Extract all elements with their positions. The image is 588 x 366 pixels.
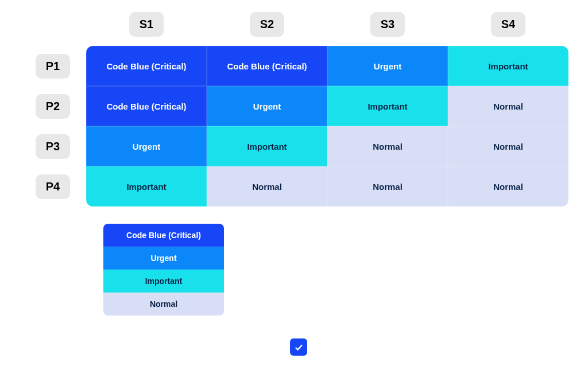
matrix-cell: Urgent (327, 46, 448, 86)
matrix-cell: Important (86, 166, 207, 207)
row-header-p1: P1 (29, 46, 86, 86)
row-header-p4: P4 (29, 166, 86, 207)
matrix-cell: Normal (448, 86, 568, 126)
col-header-s1: S1 (86, 11, 207, 37)
legend: Code Blue (Critical)UrgentImportantNorma… (103, 224, 224, 316)
row-label: P1 (36, 54, 70, 79)
col-header-s2: S2 (207, 11, 327, 37)
legend-item: Normal (103, 293, 224, 316)
matrix-cell: Important (448, 46, 568, 86)
matrix-cell: Code Blue (Critical) (207, 46, 327, 86)
legend-item: Urgent (103, 247, 224, 270)
priority-matrix: S1 S2 S3 S4 P1 Code Blue (Critical)Code … (23, 11, 574, 356)
matrix-cell: Normal (327, 126, 448, 166)
legend-item: Important (103, 270, 224, 293)
matrix-cell: Normal (207, 166, 327, 207)
matrix-grid: S1 S2 S3 S4 P1 Code Blue (Critical)Code … (29, 11, 568, 207)
legend-item: Code Blue (Critical) (103, 224, 224, 247)
row-label: P4 (36, 174, 70, 199)
row-label: P3 (36, 134, 70, 159)
col-label: S3 (370, 12, 405, 37)
row-header-p3: P3 (29, 126, 86, 166)
matrix-cell: Code Blue (Critical) (86, 46, 207, 86)
matrix-cell: Urgent (207, 86, 327, 126)
matrix-body: Code Blue (Critical)Code Blue (Critical)… (86, 46, 568, 207)
matrix-cell: Urgent (86, 126, 207, 166)
matrix-cell: Normal (448, 166, 568, 207)
matrix-cell: Code Blue (Critical) (86, 86, 207, 126)
matrix-cell: Normal (448, 126, 568, 166)
col-label: S2 (250, 12, 284, 37)
row-header-p2: P2 (29, 86, 86, 126)
col-label: S1 (129, 12, 164, 37)
matrix-cell: Normal (327, 166, 448, 207)
matrix-cell: Important (327, 86, 448, 126)
check-icon (290, 338, 307, 356)
col-label: S4 (491, 12, 525, 37)
matrix-cell: Important (207, 126, 327, 166)
col-header-s3: S3 (327, 11, 448, 37)
col-header-s4: S4 (448, 11, 568, 37)
row-label: P2 (36, 94, 70, 119)
